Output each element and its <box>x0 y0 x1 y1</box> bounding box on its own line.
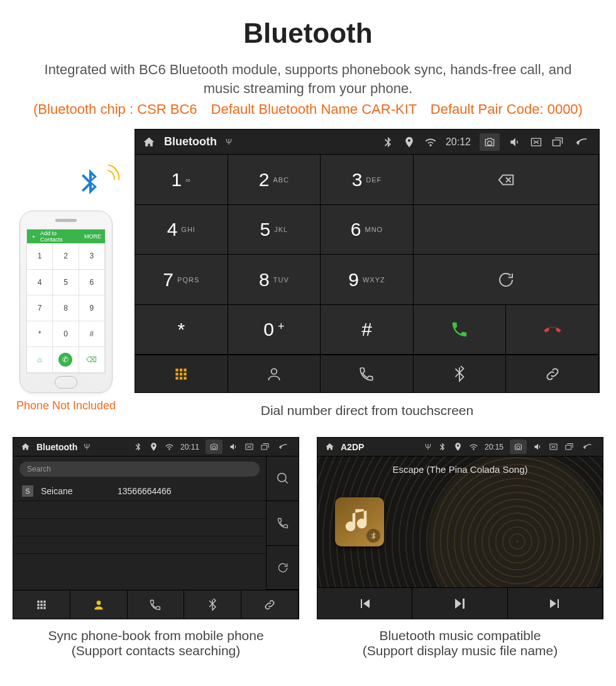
key-9[interactable]: 9WXYZ <box>321 255 414 305</box>
bluetooth-icon <box>74 167 114 207</box>
tab-keypad[interactable] <box>13 590 70 619</box>
home-icon[interactable] <box>325 442 334 451</box>
a2dp-screen: A2DP Ψ 20:15 Escape (The Pina Colada Son… <box>317 437 603 619</box>
dialer-time: 20:12 <box>446 136 471 148</box>
phone-voicemail-icon: ⌂ <box>27 347 53 373</box>
side-call-button[interactable] <box>267 501 299 546</box>
play-pause-button[interactable] <box>412 588 507 619</box>
call-button[interactable] <box>414 305 507 355</box>
back-icon[interactable] <box>276 442 291 451</box>
key-8[interactable]: 8TUV <box>228 255 321 305</box>
dialer-tabs <box>135 355 599 392</box>
tab-bluetooth[interactable] <box>184 590 241 619</box>
phone-add-contacts-label: ＋ <box>31 233 36 241</box>
contact-row-empty <box>13 519 266 536</box>
a2dp-time: 20:15 <box>485 443 503 451</box>
recent-apps-icon[interactable] <box>551 136 564 148</box>
usb-icon: Ψ <box>226 138 232 147</box>
volume-icon[interactable] <box>509 136 521 148</box>
close-app-icon[interactable] <box>245 442 254 451</box>
back-icon[interactable] <box>573 136 591 148</box>
dialer-screen: Bluetooth Ψ 20:12 1∞ 2ABC 3DEF 4GHI <box>135 129 600 393</box>
phonebook-caption: Sync phone-book from mobile phone (Suppo… <box>13 628 299 658</box>
contact-badge: S <box>22 485 33 497</box>
dial-pad: 1∞ 2ABC 3DEF 4GHI 5JKL 6MNO 7PQRS 8TUV 9… <box>135 155 414 355</box>
location-icon <box>453 442 463 451</box>
bluetooth-status-icon <box>382 136 394 148</box>
bluetooth-status-icon <box>437 442 447 451</box>
wifi-icon <box>165 442 174 451</box>
key-2[interactable]: 2ABC <box>228 155 321 205</box>
volume-icon[interactable] <box>533 442 542 451</box>
volume-icon[interactable] <box>229 442 238 451</box>
key-7[interactable]: 7PQRS <box>135 255 228 305</box>
key-1[interactable]: 1∞ <box>135 155 228 205</box>
usb-icon: Ψ <box>84 443 90 451</box>
screenshot-icon[interactable] <box>209 442 219 451</box>
page-subtitle: Integrated with BC6 Bluetooth module, su… <box>25 60 591 97</box>
location-icon <box>403 136 415 148</box>
phone-backspace-icon: ⌫ <box>79 347 105 373</box>
key-5[interactable]: 5JKL <box>228 205 321 255</box>
phone-mockup: ＋ Add to Contacts MORE 123 456 789 *0# ⌂… <box>19 211 113 393</box>
sync-button[interactable] <box>414 255 599 305</box>
home-icon[interactable] <box>143 136 155 148</box>
backspace-button[interactable] <box>414 155 599 205</box>
phone-keypad: 123 456 789 *0# ⌂ ✆ ⌫ <box>27 243 105 373</box>
recent-apps-icon[interactable] <box>260 442 270 451</box>
recent-apps-icon[interactable] <box>564 442 574 451</box>
close-app-icon[interactable] <box>530 136 542 148</box>
contact-row-empty <box>13 501 266 519</box>
a2dp-title: A2DP <box>341 442 364 452</box>
a2dp-statusbar: A2DP Ψ 20:15 <box>317 438 603 456</box>
tab-recent[interactable] <box>128 590 185 619</box>
track-title: Escape (The Pina Colada Song) <box>317 464 603 475</box>
side-search-button[interactable] <box>267 456 299 501</box>
a2dp-caption: Bluetooth music compatible (Support disp… <box>317 628 603 658</box>
home-icon[interactable] <box>21 442 30 451</box>
location-icon <box>149 442 158 451</box>
dialer-title: Bluetooth <box>164 135 217 148</box>
contact-row[interactable]: S Seicane 13566664466 <box>13 482 266 501</box>
key-6[interactable]: 6MNO <box>321 205 414 255</box>
hangup-button[interactable] <box>506 305 599 355</box>
phonebook-time: 20:11 <box>180 443 199 451</box>
bluetooth-status-icon <box>133 442 143 451</box>
back-icon[interactable] <box>580 442 595 451</box>
usb-icon: Ψ <box>425 443 431 451</box>
tab-pair[interactable] <box>241 590 299 619</box>
phonebook-title: Bluetooth <box>36 442 77 452</box>
dialer-caption: Dial number direct from touchscreen <box>135 403 600 418</box>
contact-row-empty <box>13 536 266 554</box>
tab-pair[interactable] <box>506 355 599 392</box>
wifi-icon <box>469 442 478 451</box>
key-4[interactable]: 4GHI <box>135 205 228 255</box>
dialer-statusbar: Bluetooth Ψ 20:12 <box>135 130 599 155</box>
bluetooth-badge-icon <box>366 529 380 543</box>
tab-keypad[interactable] <box>135 355 228 392</box>
key-3[interactable]: 3DEF <box>321 155 414 205</box>
phone-call-icon: ✆ <box>58 353 72 367</box>
next-track-button[interactable] <box>508 588 603 619</box>
key-0[interactable]: 0+ <box>228 305 321 355</box>
tab-contacts[interactable] <box>228 355 321 392</box>
tab-contacts[interactable] <box>70 590 128 619</box>
close-app-icon[interactable] <box>549 442 558 451</box>
key-hash[interactable]: # <box>321 305 414 355</box>
contact-name: Seicane <box>41 486 110 496</box>
screenshot-icon[interactable] <box>483 136 496 148</box>
contact-number: 13566664466 <box>118 486 172 496</box>
contact-row-empty <box>13 554 266 572</box>
screenshot-icon[interactable] <box>514 442 523 451</box>
tab-bluetooth[interactable] <box>414 355 507 392</box>
prev-track-button[interactable] <box>317 588 412 619</box>
wifi-icon <box>424 136 437 148</box>
search-input[interactable]: Search <box>19 462 260 477</box>
phone-caption: Phone Not Included <box>16 399 116 412</box>
phone-more-label: MORE <box>84 233 101 240</box>
phonebook-statusbar: Bluetooth Ψ 20:11 <box>13 438 299 456</box>
key-star[interactable]: * <box>135 305 228 355</box>
tab-recent[interactable] <box>321 355 414 392</box>
side-sync-button[interactable] <box>267 546 299 590</box>
phone-add-contacts-text: Add to Contacts <box>40 230 77 243</box>
